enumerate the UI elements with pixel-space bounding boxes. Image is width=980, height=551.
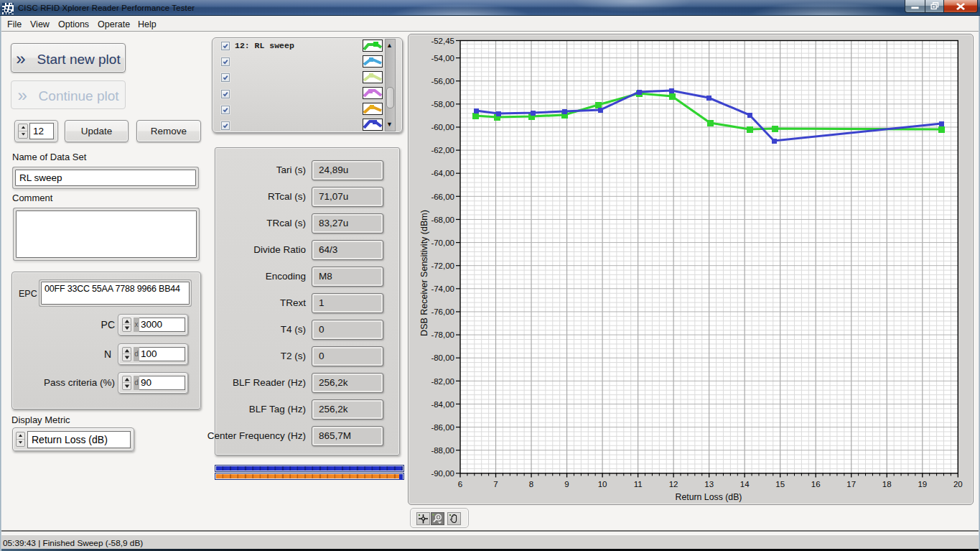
svg-text:20: 20 xyxy=(953,480,963,489)
svg-text:-62,00: -62,00 xyxy=(431,146,454,154)
svg-text:-64,00: -64,00 xyxy=(431,169,454,177)
svg-text:10: 10 xyxy=(598,480,607,489)
svg-text:14: 14 xyxy=(740,480,750,489)
svg-text:-74,00: -74,00 xyxy=(431,284,454,293)
svg-text:-80,00: -80,00 xyxy=(431,353,454,362)
svg-text:6: 6 xyxy=(458,480,462,489)
svg-text:-68,00: -68,00 xyxy=(431,216,454,224)
svg-text:-86,00: -86,00 xyxy=(431,423,454,432)
svg-text:-90,00: -90,00 xyxy=(431,469,454,478)
svg-text:11: 11 xyxy=(634,480,643,489)
svg-text:13: 13 xyxy=(704,480,714,489)
svg-text:9: 9 xyxy=(564,480,569,489)
svg-text:Return Loss (dB): Return Loss (dB) xyxy=(676,492,742,502)
svg-text:-66,00: -66,00 xyxy=(431,193,454,201)
svg-text:-88,00: -88,00 xyxy=(431,446,454,455)
svg-text:-70,00: -70,00 xyxy=(431,239,454,247)
svg-text:-78,00: -78,00 xyxy=(431,330,454,339)
svg-text:-72,00: -72,00 xyxy=(431,261,454,270)
svg-text:-60,00: -60,00 xyxy=(431,123,454,131)
svg-text:17: 17 xyxy=(846,480,856,489)
svg-text:15: 15 xyxy=(775,480,785,489)
svg-text:7: 7 xyxy=(493,480,498,489)
svg-text:12: 12 xyxy=(669,480,678,489)
svg-text:DSB Receiver Sensitivity (dBm): DSB Receiver Sensitivity (dBm) xyxy=(419,210,429,336)
svg-text:-76,00: -76,00 xyxy=(431,307,454,316)
svg-text:-52,45: -52,45 xyxy=(431,37,454,45)
svg-text:-58,00: -58,00 xyxy=(431,100,454,108)
svg-text:18: 18 xyxy=(882,480,892,489)
svg-text:8: 8 xyxy=(529,480,533,489)
svg-text:19: 19 xyxy=(918,480,927,489)
svg-text:-56,00: -56,00 xyxy=(431,77,454,85)
svg-text:16: 16 xyxy=(811,480,821,489)
svg-text:-84,00: -84,00 xyxy=(431,400,454,409)
svg-text:-54,00: -54,00 xyxy=(431,54,454,62)
svg-text:-82,00: -82,00 xyxy=(431,377,454,386)
